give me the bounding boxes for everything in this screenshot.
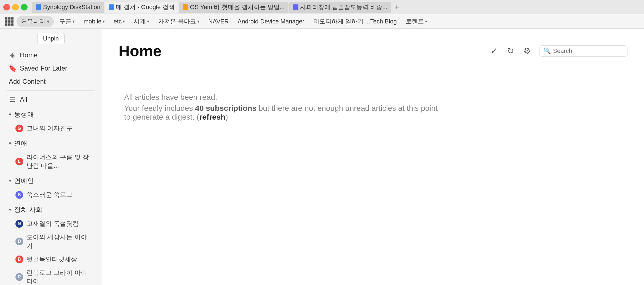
sidebar-add-content-label: Add Content: [9, 78, 46, 85]
chevron-down-icon: ▾: [425, 19, 427, 24]
sidebar-sub-item-gojayeol[interactable]: N 고재열의 독설닷컴: [2, 217, 100, 230]
sidebar-sub-item-linus[interactable]: L 라이너스의 구름 및 장난감 마을...: [2, 150, 100, 173]
empty-state-line3-prefix: to generate a digest. (: [124, 113, 199, 121]
nav-torrent[interactable]: 토렌트 ▾: [402, 16, 431, 27]
tab-favicon: [109, 4, 114, 10]
chevron-down-icon: ▾: [73, 19, 75, 24]
sidebar-section-label: 정치 사회: [14, 205, 42, 214]
empty-state-suffix: but there are not enough unread articles…: [256, 104, 438, 112]
sidebar-saved-label: Saved For Later: [20, 64, 67, 72]
nav-community[interactable]: 커뮤니티 ▾: [17, 16, 54, 27]
sidebar-sub-item-ssuk[interactable]: S 쑥스러운 쑥로그: [2, 188, 100, 201]
nav-etc[interactable]: etc ▾: [110, 17, 128, 26]
settings-icon[interactable]: ⚙: [522, 45, 533, 57]
nav-clock-label: 시계: [134, 17, 146, 26]
nav-google[interactable]: 구글 ▾: [56, 16, 78, 27]
feed-favicon: S: [15, 191, 23, 199]
sidebar-sub-item-doa[interactable]: D 도아의 세상사는 이야기: [2, 230, 100, 252]
tab-favicon: [183, 4, 188, 10]
empty-state-line1: All articles have been read.: [124, 93, 627, 102]
nav-android[interactable]: Android Device Manager: [234, 17, 308, 26]
sidebar-item-add-content[interactable]: Add Content: [2, 75, 100, 88]
empty-state-line3: to generate a digest. (refresh): [124, 113, 627, 122]
tab-label: OS Yem 버 첫메을 캡처하는 방법...: [190, 3, 285, 11]
nav-naver[interactable]: NAVER: [205, 17, 232, 26]
search-input[interactable]: [553, 47, 623, 55]
chevron-down-icon: ▾: [9, 207, 11, 213]
sidebar-item-saved-for-later[interactable]: 🔖 Saved For Later: [2, 62, 100, 75]
tab-synology[interactable]: Synology DiskStation: [32, 2, 104, 13]
minimize-button[interactable]: [12, 4, 19, 10]
nav-naver-label: NAVER: [208, 18, 229, 25]
feed-favicon: G: [15, 125, 23, 132]
feed-label: 라이너스의 구름 및 장난감 마을...: [26, 153, 93, 170]
feed-label: 뒷골목인터넷세상: [26, 255, 77, 264]
page-title: Home: [119, 42, 482, 60]
tab-safari[interactable]: 사파리창에 넘말잠모능력 비중...: [289, 2, 391, 13]
nav-etc-label: etc: [114, 18, 122, 25]
chevron-down-icon: ▾: [147, 19, 149, 24]
nav-tech-blog-label: 리모티하게 일하기 ...Tech Blog: [313, 17, 397, 26]
feed-favicon: R: [15, 273, 23, 281]
maximize-button[interactable]: [21, 4, 28, 10]
feed-label: 도아의 세상사는 이야기: [26, 233, 93, 250]
sidebar-divider: [7, 90, 95, 91]
chevron-down-icon: ▾: [103, 19, 105, 24]
feed-label: 그녀의 여자친구: [26, 124, 73, 133]
feed-label: 린북로그 그라이 아이디어: [26, 268, 93, 285]
empty-state-prefix: Your feedly includes: [124, 104, 195, 112]
sidebar-item-home[interactable]: ◈ Home: [2, 49, 100, 62]
sidebar-all-label: All: [20, 96, 27, 103]
refresh-link[interactable]: refresh: [199, 113, 225, 121]
feed-favicon: D: [15, 238, 23, 245]
list-icon: ☰: [9, 96, 17, 103]
nav-bookmarks-label: 가져온 북마크: [158, 17, 196, 26]
tab-bar: Synology DiskStation 매 캡쳐 - Google 검색 OS…: [32, 2, 641, 13]
nav-android-label: Android Device Manager: [237, 18, 304, 25]
empty-state-line3-suffix: ): [225, 113, 228, 121]
nav-bookmarks[interactable]: 가져온 북마크 ▾: [155, 16, 203, 27]
sidebar-sub-item-rinbook[interactable]: R 린북로그 그라이 아이디어: [2, 266, 100, 285]
nav-tech-blog[interactable]: 리모티하게 일하기 ...Tech Blog: [310, 16, 400, 27]
sidebar-section-yeonye[interactable]: ▾ 연예인: [2, 174, 100, 188]
checkmark-icon[interactable]: ✓: [488, 45, 499, 57]
content-area: Home ✓ ↻ ⚙ 🔍 All articles have been read…: [102, 29, 644, 285]
unpin-button[interactable]: Unpin: [37, 33, 65, 44]
sidebar-sub-item-dwit[interactable]: B 뒷골목인터넷세상: [2, 252, 100, 266]
refresh-icon[interactable]: ↻: [505, 45, 516, 57]
sidebar: Unpin ◈ Home 🔖 Saved For Later Add Conte…: [0, 29, 102, 285]
empty-state: All articles have been read. Your feedly…: [119, 93, 627, 122]
close-button[interactable]: [3, 4, 10, 10]
feed-label: 쑥스러운 쑥로그: [26, 190, 73, 199]
titlebar: Synology DiskStation 매 캡쳐 - Google 검색 OS…: [0, 0, 644, 14]
feed-favicon: N: [15, 220, 23, 228]
nav-clock[interactable]: 시계 ▾: [130, 16, 153, 27]
nav-community-label: 커뮤니티: [21, 17, 45, 26]
sidebar-sub-item-gnyeo[interactable]: G 그녀의 여자친구: [2, 122, 100, 135]
sidebar-section-dongsungae[interactable]: ▾ 동성애: [2, 107, 100, 122]
tab-capture[interactable]: 매 캡쳐 - Google 검색: [105, 2, 178, 13]
sidebar-section-label: 연애: [14, 139, 27, 148]
nav-mobile[interactable]: mobile ▾: [80, 17, 108, 26]
search-box[interactable]: 🔍: [539, 45, 627, 57]
sidebar-home-label: Home: [20, 51, 38, 59]
feed-favicon: L: [15, 158, 23, 165]
sidebar-item-all[interactable]: ☰ All: [2, 93, 100, 106]
chevron-down-icon: ▾: [123, 19, 125, 24]
home-icon: ◈: [9, 51, 17, 59]
navbar: 커뮤니티 ▾ 구글 ▾ mobile ▾ etc ▾ 시계 ▾ 가져온 북마크 …: [0, 14, 644, 29]
sidebar-section-label: 동성애: [14, 110, 34, 119]
tab-favicon: [36, 4, 41, 10]
main-layout: Unpin ◈ Home 🔖 Saved For Later Add Conte…: [0, 29, 644, 285]
new-tab-button[interactable]: +: [392, 2, 402, 12]
nav-mobile-label: mobile: [84, 18, 101, 25]
sidebar-section-yeonae[interactable]: ▾ 연애: [2, 136, 100, 150]
bookmark-icon: 🔖: [9, 64, 17, 72]
sidebar-section-politics[interactable]: ▾ 정치 사회: [2, 203, 100, 217]
chevron-down-icon: ▾: [197, 19, 199, 24]
search-icon: 🔍: [543, 47, 551, 55]
subscription-count: 40 subscriptions: [195, 104, 256, 112]
apps-grid-icon[interactable]: [4, 17, 14, 26]
chevron-down-icon: ▾: [9, 111, 11, 117]
tab-os[interactable]: OS Yem 버 첫메을 캡처하는 방법...: [179, 2, 289, 13]
